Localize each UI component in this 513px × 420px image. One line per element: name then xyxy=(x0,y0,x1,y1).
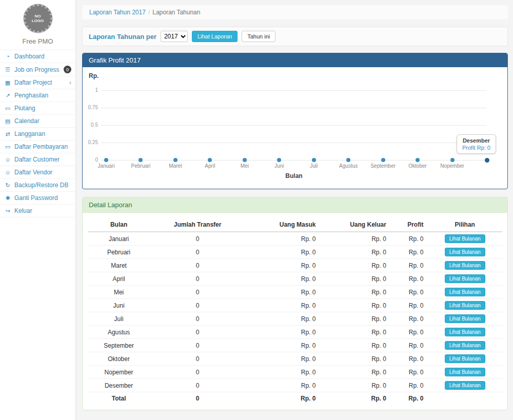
cell-jumlah-transfer: 0 xyxy=(150,379,245,392)
logout-icon: ↪ xyxy=(4,208,11,214)
lihat-bulanan-button[interactable]: Lihat Bulanan xyxy=(445,354,485,363)
sidebar-item-label: Daftar Customer xyxy=(14,156,60,163)
cell-bulan: Juli xyxy=(88,312,150,326)
cell-uang-masuk: Rp. 0 xyxy=(245,312,320,326)
x-tick-label: September xyxy=(367,163,400,169)
chart-point-agustus[interactable] xyxy=(346,158,350,162)
cell-uang-masuk: Rp. 0 xyxy=(245,299,320,312)
cell-uang-masuk: Rp. 0 xyxy=(245,392,320,405)
cell-profit: Rp. 0 xyxy=(390,352,428,366)
sidebar-item-calendar[interactable]: ▤Calendar xyxy=(0,115,75,128)
cell-profit: Rp. 0 xyxy=(390,286,428,299)
logo-text: NO LOGO xyxy=(30,14,46,23)
lihat-bulanan-button[interactable]: Lihat Bulanan xyxy=(445,234,485,243)
sidebar-item-backup-restore-db[interactable]: ↻Backup/Restore DB xyxy=(0,179,75,192)
sidebar-item-daftar-vendor[interactable]: ☺Daftar Vendor xyxy=(0,166,75,179)
sidebar-item-label: Calendar xyxy=(14,117,40,125)
table-row: Pebruari0Rp. 0Rp. 0Rp. 0Lihat Bulanan xyxy=(88,246,502,259)
lihat-bulanan-button[interactable]: Lihat Bulanan xyxy=(445,341,485,350)
sidebar-item-langganan[interactable]: ⇄Langganan xyxy=(0,128,75,141)
cell-profit: Rp. 0 xyxy=(390,366,428,379)
cell-pilihan: Lihat Bulanan xyxy=(428,259,502,272)
report-table: Bulan Jumlah Transfer Uang Masuk Uang Ke… xyxy=(88,218,502,405)
col-header-bulan: Bulan xyxy=(88,218,150,232)
cell-uang-masuk: Rp. 0 xyxy=(245,366,320,379)
receivable-card-icon: ▭ xyxy=(4,105,11,112)
detail-panel-body: Bulan Jumlah Transfer Uang Masuk Uang Ke… xyxy=(83,213,507,410)
cell-jumlah-transfer: 0 xyxy=(150,312,245,326)
cell-uang-masuk: Rp. 0 xyxy=(245,352,320,366)
chart-gridline xyxy=(101,125,487,126)
y-tick-label: 1 xyxy=(83,87,98,93)
lihat-bulanan-button[interactable]: Lihat Bulanan xyxy=(445,248,485,256)
sidebar-item-job-on-progress[interactable]: ☰Job on Progress0 xyxy=(0,63,75,76)
chart-point-april[interactable] xyxy=(208,158,212,162)
sidebar-item-piutang[interactable]: ▭Piutang xyxy=(0,102,75,115)
sidebar-item-penghasilan[interactable]: ↗Penghasilan xyxy=(0,89,75,102)
sidebar-item-dashboard[interactable]: ◔Dashboard xyxy=(0,50,75,63)
lihat-bulanan-button[interactable]: Lihat Bulanan xyxy=(445,381,485,390)
chart-point-september[interactable] xyxy=(381,158,385,162)
chart-point-nopember[interactable] xyxy=(450,158,455,162)
profit-chart: Rp. Bulan Desember Profit Rp: 0 10.750.5… xyxy=(83,67,507,189)
report-filter-panel: Laporan Tahunan per 2017 Lihat Laporan T… xyxy=(82,27,508,46)
lihat-bulanan-button[interactable]: Lihat Bulanan xyxy=(445,314,485,323)
cell-uang-keluar: Rp. 0 xyxy=(320,259,390,272)
cell-bulan: Pebruari xyxy=(88,246,150,259)
chart-point-oktober[interactable] xyxy=(416,158,420,162)
cell-uang-masuk: Rp. 0 xyxy=(245,272,320,286)
y-tick-label: 0.25 xyxy=(83,139,98,145)
chart-point-pebruari[interactable] xyxy=(139,158,143,162)
sidebar-item-keluar[interactable]: ↪Keluar xyxy=(0,205,75,217)
lihat-bulanan-button[interactable]: Lihat Bulanan xyxy=(445,288,485,296)
cell-uang-keluar: Rp. 0 xyxy=(320,392,390,405)
chart-tooltip: Desember Profit Rp: 0 xyxy=(457,134,496,154)
view-report-button[interactable]: Lihat Laporan xyxy=(192,31,238,42)
this-year-button[interactable]: Tahun ini xyxy=(242,31,275,42)
cell-profit: Rp. 0 xyxy=(390,326,428,339)
cell-uang-masuk: Rp. 0 xyxy=(245,246,320,259)
customer-users-icon: ☺ xyxy=(4,156,11,163)
chart-point-juni[interactable] xyxy=(277,158,281,162)
lihat-bulanan-button[interactable]: Lihat Bulanan xyxy=(445,368,485,376)
sidebar-menu: ◔Dashboard☰Job on Progress0▦Daftar Proje… xyxy=(0,50,75,217)
lihat-bulanan-button[interactable]: Lihat Bulanan xyxy=(445,261,485,270)
cell-bulan: September xyxy=(88,339,150,352)
cell-bulan: Januari xyxy=(88,232,150,246)
chart-point-mei[interactable] xyxy=(243,158,247,162)
breadcrumb-year-link[interactable]: Laporan Tahun 2017 xyxy=(89,9,146,16)
chart-point-desember[interactable] xyxy=(485,158,489,163)
y-tick-label: 0.75 xyxy=(83,105,98,110)
chart-point-maret[interactable] xyxy=(173,158,177,162)
cell-uang-keluar: Rp. 0 xyxy=(320,299,390,312)
cell-jumlah-transfer: 0 xyxy=(150,366,245,379)
chevron-left-icon: ‹ xyxy=(69,80,71,85)
dashboard-icon: ◔ xyxy=(4,53,11,59)
table-total-row: Total0Rp. 0Rp. 0Rp. 0 xyxy=(88,392,502,405)
cell-jumlah-transfer: 0 xyxy=(150,299,245,312)
chart-point-januari[interactable] xyxy=(104,158,108,162)
brand-name: Free PMO xyxy=(0,34,75,50)
cell-jumlah-transfer: 0 xyxy=(150,326,245,339)
sidebar-item-label: Daftar Vendor xyxy=(14,169,52,176)
lihat-bulanan-button[interactable]: Lihat Bulanan xyxy=(445,274,485,283)
cell-pilihan xyxy=(428,392,502,405)
sidebar-item-daftar-customer[interactable]: ☺Daftar Customer xyxy=(0,153,75,166)
cell-pilihan: Lihat Bulanan xyxy=(428,339,502,352)
x-tick-label: Nopember xyxy=(436,163,469,169)
cell-uang-keluar: Rp. 0 xyxy=(320,326,390,339)
sidebar-item-daftar-project[interactable]: ▦Daftar Project‹ xyxy=(0,76,75,89)
password-lock-icon: ✱ xyxy=(4,195,11,202)
cell-bulan: April xyxy=(88,272,150,286)
table-row: Maret0Rp. 0Rp. 0Rp. 0Lihat Bulanan xyxy=(88,259,502,272)
chart-point-juli[interactable] xyxy=(312,158,316,162)
lihat-bulanan-button[interactable]: Lihat Bulanan xyxy=(445,328,485,336)
profit-chart-panel: Grafik Profit 2017 Rp. Bulan Desember Pr… xyxy=(82,53,508,189)
year-select[interactable]: 2017 xyxy=(161,31,188,42)
sidebar-item-ganti-password[interactable]: ✱Ganti Password xyxy=(0,192,75,205)
breadcrumb-separator: / xyxy=(148,9,150,16)
sidebar-item-daftar-pembayaran[interactable]: ▭Daftar Pembayaran xyxy=(0,141,75,153)
lihat-bulanan-button[interactable]: Lihat Bulanan xyxy=(445,301,485,310)
cell-profit: Rp. 0 xyxy=(390,379,428,392)
app-logo: NO LOGO xyxy=(0,0,75,34)
